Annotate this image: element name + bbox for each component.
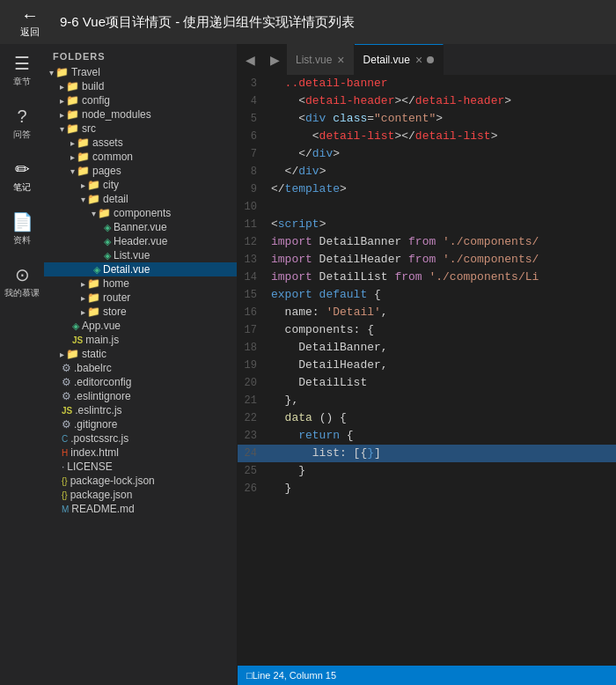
mycourse-icon: ⊙ xyxy=(15,264,30,285)
tree-item[interactable]: ⚙.gitignore xyxy=(44,417,237,431)
code-content[interactable]: 3 ..detail-banner4 <detail-header></deta… xyxy=(238,75,616,666)
folders-label: FOLDERS xyxy=(44,44,237,65)
code-line: 6 <detail-list></detail-list> xyxy=(238,128,616,145)
status-bar: □ Line 24, Column 15 xyxy=(238,666,616,685)
tab-list-vue[interactable]: List.vue × xyxy=(287,44,355,75)
editor-area: ◀ ▶ List.vue × Detail.vue × 3 ..detail-b… xyxy=(238,44,616,685)
tree-item[interactable]: C.postcssrc.js xyxy=(44,431,237,446)
line-number: 19 xyxy=(238,357,271,374)
line-number: 9 xyxy=(238,180,271,198)
tab-detail-vue[interactable]: Detail.vue × xyxy=(355,44,444,75)
tree-item[interactable]: ◈Detail.vue xyxy=(44,262,237,276)
line-number: 12 xyxy=(238,233,271,251)
notes-icon: ✏ xyxy=(15,158,30,180)
tree-item[interactable]: ◈App.vue xyxy=(44,319,237,333)
tree-item[interactable]: ▸ 📁config xyxy=(44,93,237,107)
tree-item[interactable]: Hindex.html xyxy=(44,446,237,460)
sidebar-item-mycourse[interactable]: ⊙ 我的慕课 xyxy=(4,264,40,299)
sidebar-item-notes[interactable]: ✏ 笔记 xyxy=(13,158,31,194)
page-title: 9-6 Vue项目详情页 - 使用递归组件实现详情页列表 xyxy=(60,14,355,31)
code-line: 9</template> xyxy=(238,180,616,198)
line-number: 18 xyxy=(238,339,271,357)
tree-item[interactable]: ·LICENSE xyxy=(44,460,237,474)
tree-item[interactable]: ▸ 📁assets xyxy=(44,136,237,150)
sidebar-item-chapters[interactable]: ☰ 章节 xyxy=(13,53,31,88)
tree-item[interactable]: ⚙.eslintignore xyxy=(44,389,237,403)
code-line: 13import DetailHeader from './components… xyxy=(238,251,616,269)
tab-detail-vue-modified xyxy=(427,56,434,63)
tree-item[interactable]: ▸ 📁common xyxy=(44,150,237,164)
tree-item[interactable]: ▾ 📁detail xyxy=(44,192,237,206)
line-number: 13 xyxy=(238,251,271,269)
sidebar-icons: ☰ 章节 ? 问答 ✏ 笔记 📄 资料 ⊙ 我的慕课 xyxy=(0,44,44,685)
back-button[interactable]: ← 返回 xyxy=(14,6,46,39)
code-line: 3 ..detail-banner xyxy=(238,75,616,92)
code-line: 11<script> xyxy=(238,216,616,233)
tree-item[interactable]: ▸ 📁home xyxy=(44,276,237,291)
tab-list-vue-label: List.vue xyxy=(296,54,332,66)
chapters-icon: ☰ xyxy=(14,53,30,74)
line-number: 23 xyxy=(238,427,271,445)
line-content: list: [{}] xyxy=(271,445,616,462)
tree-item[interactable]: ▾ 📁components xyxy=(44,206,237,220)
line-number: 22 xyxy=(238,409,271,427)
tab-nav-right[interactable]: ▶ xyxy=(262,44,287,75)
status-bar-file-icon: □ xyxy=(246,670,253,681)
tree-item[interactable]: ▸ 📁city xyxy=(44,178,237,192)
line-number: 26 xyxy=(238,480,271,497)
main-layout: ☰ 章节 ? 问答 ✏ 笔记 📄 资料 ⊙ 我的慕课 FOLDERS ▾ 📁Tr… xyxy=(0,44,616,685)
status-bar-text: Line 24, Column 15 xyxy=(253,670,336,681)
tree-item[interactable]: ⚙.babelrc xyxy=(44,361,237,375)
code-line: 16 name: 'Detail', xyxy=(238,304,616,321)
tab-detail-vue-close[interactable]: × xyxy=(415,54,422,66)
code-line: 18 DetailBanner, xyxy=(238,339,616,357)
line-content: ..detail-banner xyxy=(271,75,616,92)
line-number: 24 xyxy=(238,445,271,462)
line-number: 16 xyxy=(238,304,271,321)
resources-label: 资料 xyxy=(13,234,31,247)
tree-item[interactable]: ▸ 📁store xyxy=(44,305,237,319)
line-number: 25 xyxy=(238,462,271,480)
tree-item[interactable]: JSmain.js xyxy=(44,333,237,347)
tree-item[interactable]: ◈Header.vue xyxy=(44,234,237,248)
line-content: import DetailHeader from './components/ xyxy=(271,251,616,269)
tree-item[interactable]: ▸ 📁router xyxy=(44,291,237,305)
line-content: </div> xyxy=(271,163,616,180)
code-line: 10 xyxy=(238,198,616,216)
tree-item[interactable]: ▾ 📁Travel xyxy=(44,65,237,79)
sidebar-item-qa[interactable]: ? 问答 xyxy=(13,106,31,141)
tree-item[interactable]: ⚙.editorconfig xyxy=(44,375,237,389)
line-number: 11 xyxy=(238,216,271,233)
tree-item[interactable]: {}package.json xyxy=(44,488,237,502)
line-content: import DetailList from './components/Li xyxy=(271,269,616,286)
tree-item[interactable]: MREADME.md xyxy=(44,502,237,516)
tree-item[interactable]: ▸ 📁build xyxy=(44,79,237,93)
tab-list-vue-close[interactable]: × xyxy=(337,54,344,66)
line-content: } xyxy=(271,462,616,480)
code-line: 4 <detail-header></detail-header> xyxy=(238,92,616,110)
tree-item[interactable]: ▸ 📁static xyxy=(44,347,237,361)
line-number: 10 xyxy=(238,198,271,216)
tree-item[interactable]: ▸ 📁node_modules xyxy=(44,107,237,122)
mycourse-label: 我的慕课 xyxy=(4,287,40,299)
code-line: 26 } xyxy=(238,480,616,497)
tree-item[interactable]: ▾ 📁src xyxy=(44,122,237,136)
tree-item[interactable]: ◈List.vue xyxy=(44,248,237,262)
chapters-label: 章节 xyxy=(13,76,31,88)
line-content: }, xyxy=(271,392,616,409)
tree-item[interactable]: {}package-lock.json xyxy=(44,474,237,488)
tree-item[interactable]: ▾ 📁pages xyxy=(44,164,237,178)
tree-item[interactable]: ◈Banner.vue xyxy=(44,220,237,234)
sidebar-item-resources[interactable]: 📄 资料 xyxy=(11,211,33,247)
tree-item[interactable]: JS.eslintrc.js xyxy=(44,403,237,417)
line-content: components: { xyxy=(271,321,616,339)
line-content: <div class="content"> xyxy=(271,110,616,128)
resources-icon: 📄 xyxy=(11,211,33,232)
tab-nav-left[interactable]: ◀ xyxy=(238,44,262,75)
code-line: 21 }, xyxy=(238,392,616,409)
line-number: 21 xyxy=(238,392,271,409)
line-content: <script> xyxy=(271,216,616,233)
notes-label: 笔记 xyxy=(13,181,31,194)
line-number: 4 xyxy=(238,92,271,110)
top-bar: ← 返回 9-6 Vue项目详情页 - 使用递归组件实现详情页列表 xyxy=(0,0,616,44)
